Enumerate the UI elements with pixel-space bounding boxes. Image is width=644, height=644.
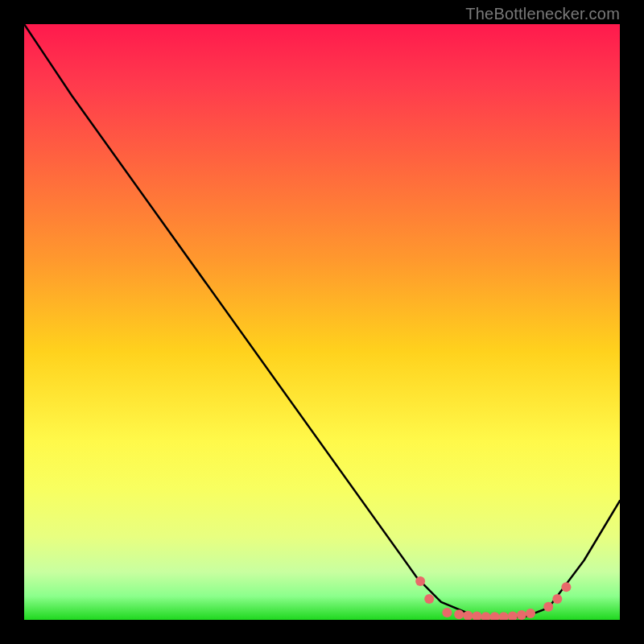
data-point	[454, 609, 464, 619]
bottleneck-curve	[24, 24, 620, 617]
data-point-markers	[415, 576, 571, 620]
data-point	[424, 594, 434, 604]
data-point	[481, 612, 491, 620]
data-point	[543, 602, 553, 612]
data-point	[442, 608, 452, 617]
data-point	[552, 594, 562, 604]
data-point	[415, 576, 425, 586]
attribution-label: TheBottlenecker.com	[465, 5, 620, 23]
data-point	[508, 612, 518, 620]
bottleneck-curve-chart	[24, 24, 620, 620]
data-point	[517, 610, 526, 620]
data-point	[526, 609, 535, 618]
data-point	[490, 612, 500, 620]
data-point	[561, 582, 571, 592]
data-point	[472, 612, 481, 620]
data-point	[499, 612, 509, 620]
